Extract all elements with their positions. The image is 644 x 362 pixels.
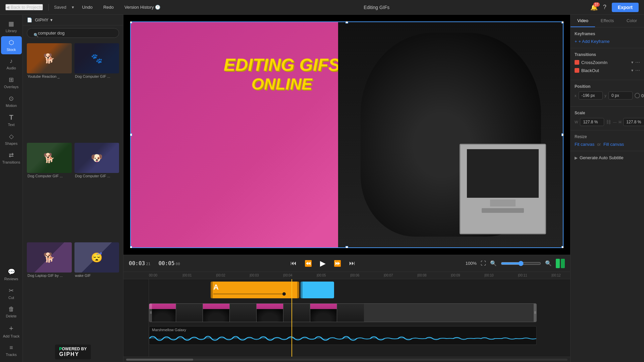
audio-label: Marshmellow Galaxy	[152, 328, 186, 332]
export-button[interactable]: Export	[612, 3, 639, 12]
sidebar-item-text[interactable]: T Text	[1, 111, 22, 129]
track-labels	[123, 279, 149, 357]
clip-handle-right[interactable]	[297, 282, 299, 298]
scale-h-input[interactable]	[623, 118, 644, 126]
sidebar-item-audio[interactable]: ♪ Audio	[1, 55, 22, 73]
position-section: Position x y 0	[571, 80, 644, 106]
back-label: Back to Projects	[11, 5, 42, 10]
sidebar-item-tracks[interactable]: ≡ Tracks	[1, 342, 22, 359]
fit-canvas-button[interactable]: Fit canvas	[575, 142, 594, 147]
undo-button[interactable]: Undo	[79, 3, 95, 11]
sidebar-item-shapes[interactable]: ◇ Shapes	[1, 130, 22, 148]
list-item[interactable]: 😴 wake GIF	[74, 242, 119, 339]
pos-rotation: 0	[635, 93, 644, 98]
timeline-playhead[interactable]	[291, 279, 292, 357]
panel-header: 📄 GIPHY ▾	[23, 15, 123, 25]
zoom-slider[interactable]	[501, 261, 541, 266]
scale-title: Scale	[575, 111, 640, 115]
video-clip-handle-right[interactable]: ⠿	[534, 304, 536, 322]
zoom-in-button[interactable]: 🔍	[545, 260, 552, 266]
skip-to-start-button[interactable]: ⏮	[289, 258, 298, 268]
source-selector[interactable]: GIPHY ▾	[35, 17, 53, 22]
transitions-title: Transitions	[575, 52, 640, 57]
fill-canvas-button[interactable]: Fill canvas	[603, 142, 624, 147]
sidebar-item-reviews[interactable]: 💬 Reviews	[1, 265, 22, 284]
sidebar-item-overlays[interactable]: ⊞ Overlays	[1, 73, 22, 92]
scale-link-icon[interactable]: ⛓	[606, 119, 611, 125]
text-clip[interactable]: A	[211, 282, 299, 298]
list-item[interactable]: 🐕 Youtube Reaction _	[27, 43, 72, 140]
sidebar-item-add-track[interactable]: + Add Track	[1, 321, 22, 341]
sidebar-item-transitions[interactable]: ⇄ Transitions	[1, 149, 22, 167]
subtitle-section[interactable]: ▶ Generate Auto Subtitle	[571, 151, 644, 164]
list-item[interactable]: 🐾 Dog Computer GIF ...	[74, 43, 119, 140]
clip-handle-left-2[interactable]	[301, 282, 303, 298]
tab-video[interactable]: Video	[571, 15, 595, 27]
zoom-out-button[interactable]: 🔍	[490, 260, 497, 266]
back-to-projects-button[interactable]: ◀ Back to Projects	[5, 4, 43, 10]
rotation-circle[interactable]	[635, 93, 640, 98]
text-clip-2[interactable]	[301, 282, 334, 298]
transition-more-1[interactable]: ⋯	[635, 60, 640, 65]
pos-r-value: 0	[641, 93, 644, 98]
handle-tl[interactable]	[130, 21, 132, 23]
sidebar-item-label: Audio	[6, 66, 16, 70]
sidebar-item-library[interactable]: ▦ Library	[1, 17, 22, 36]
video-clip-handle-left[interactable]: ⠿	[149, 304, 152, 322]
sidebar-item-stock[interactable]: ⬡ Stock	[1, 36, 22, 54]
timeline: 00:00 |00:01 |00:02 |00:03 |00:04 |00:05…	[123, 272, 570, 362]
handle-bl[interactable]	[130, 246, 132, 248]
media-item-label: Dog Computer GIF ...	[74, 73, 119, 79]
ruler-tick: |00:10	[484, 274, 494, 277]
video-track-row: ⠿ ⠿	[149, 302, 570, 323]
shapes-icon: ◇	[9, 133, 14, 140]
audio-icon: ♪	[10, 58, 13, 65]
tab-effects[interactable]: Effects	[595, 15, 620, 27]
search-input[interactable]	[27, 28, 119, 38]
media-thumbnail: 🐕	[27, 242, 72, 273]
list-item[interactable]: 🐕 Dog Laptop GIF by ...	[27, 242, 72, 339]
add-keyframe-button[interactable]: + + Add Keyframe	[575, 39, 640, 44]
sidebar-item-delete[interactable]: 🗑 Delete	[1, 303, 22, 321]
sidebar-item-label: Cut	[8, 296, 14, 300]
audio-clip[interactable]: Marshmellow Galaxy	[149, 326, 537, 345]
sidebar-item-label: Add Track	[3, 334, 20, 338]
notification-button[interactable]: 🔔 37	[590, 4, 598, 11]
monitor-base	[482, 208, 524, 213]
redo-button[interactable]: Redo	[101, 3, 116, 11]
sidebar-item-motion[interactable]: ⊙ Motion	[1, 92, 22, 110]
scroll-thumb[interactable]	[126, 359, 193, 361]
clip-handle-left[interactable]	[211, 282, 213, 298]
list-item[interactable]: 🐕 Dog Computer GIF ...	[27, 143, 72, 240]
sidebar-item-cut[interactable]: ✂ Cut	[1, 284, 22, 302]
skip-to-end-button[interactable]: ⏭	[348, 258, 357, 268]
fullscreen-button[interactable]: ⛶	[481, 260, 486, 266]
scale-w-input[interactable]	[580, 118, 604, 126]
list-item[interactable]: 🐶 Dog Computer GIF ...	[74, 143, 119, 240]
pos-y-label: y	[605, 94, 607, 98]
play-button[interactable]: ▶	[319, 258, 327, 269]
pos-y-input[interactable]	[608, 92, 633, 100]
tab-color[interactable]: Color	[620, 15, 644, 27]
ruler-tick: |00:01	[182, 274, 192, 277]
total-frames: 00	[176, 262, 180, 266]
ruler-tick: |00:02	[216, 274, 225, 277]
transition-chevron-1[interactable]: ▾	[631, 60, 633, 65]
video-clip[interactable]: ⠿ ⠿	[149, 303, 537, 322]
media-thumbnail: 🐶	[74, 143, 119, 173]
saved-dropdown[interactable]: ▾	[72, 5, 74, 10]
transition-chevron-2[interactable]: ▾	[631, 68, 633, 73]
keyframes-title: Keyframes	[575, 32, 640, 36]
transport-controls: ⏮ ⏪ ▶ ⏩ ⏭	[184, 258, 462, 269]
video-preview: EDITING GIFS ONLINE	[123, 15, 570, 255]
handle-ml[interactable]	[130, 133, 132, 136]
media-thumbnail: 🐕	[27, 143, 72, 173]
cut-icon: ✂	[9, 287, 14, 294]
pos-x-input[interactable]	[579, 92, 603, 100]
rewind-button[interactable]: ⏪	[303, 258, 313, 268]
transition-more-2[interactable]: ⋯	[635, 68, 640, 73]
version-history-button[interactable]: Version History 🕐	[122, 3, 163, 11]
help-button[interactable]: ?	[603, 4, 606, 11]
panel-tabs: Video Effects Color	[571, 15, 644, 27]
fast-forward-button[interactable]: ⏩	[332, 258, 342, 268]
